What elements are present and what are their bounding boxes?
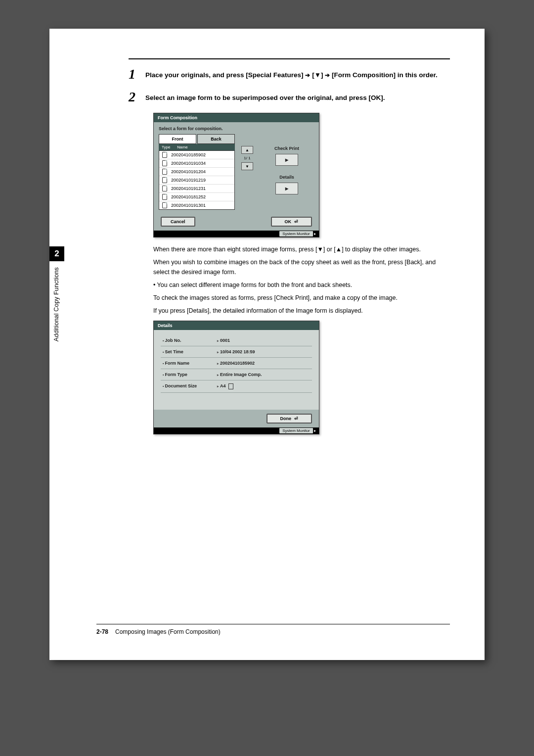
done-label: Done: [280, 416, 292, 421]
detail-value: 10/04 2002 18:59: [217, 349, 255, 354]
form-composition-screenshot: Form Composition Select a form for compo…: [153, 113, 319, 237]
scroll-down-button[interactable]: ▼: [241, 162, 253, 170]
text-fragment: [: [310, 71, 314, 79]
detail-key: Form Type: [163, 372, 217, 377]
document-icon: [162, 186, 167, 191]
system-monitor-bar: System Monitor ▸: [154, 231, 319, 237]
detail-row: Document SizeA4: [161, 380, 312, 393]
manual-page: 1 Place your originals, and press [Speci…: [49, 29, 485, 660]
form-list: 20020410185902 20020410191034 2002041019…: [159, 150, 235, 210]
detail-value: Entire Image Comp.: [217, 372, 262, 377]
footer-title: Composing Images (Form Composition): [115, 628, 221, 635]
system-monitor-bar: System Monitor ▸: [154, 427, 319, 434]
step-number: 2: [129, 90, 145, 104]
paragraph: To check the images stored as forms, pre…: [153, 293, 450, 303]
form-name: 20020410191219: [171, 178, 206, 183]
form-name: 20020410191231: [171, 186, 206, 191]
text-fragment: ]: [321, 71, 325, 79]
list-item[interactable]: 20020410191231: [159, 185, 234, 193]
detail-value: A4: [217, 383, 233, 389]
document-icon: [162, 152, 167, 158]
dialog-title: Details: [154, 321, 319, 330]
detail-value: 0001: [217, 338, 230, 343]
enter-icon: ⏎: [294, 416, 298, 421]
chapter-title: Additional Copy Functions: [53, 267, 60, 341]
form-name: 20020410191301: [171, 203, 206, 208]
triangle-down-icon: ▼: [245, 164, 249, 169]
text-fragment: [Form Composition] in this order.: [330, 71, 438, 79]
step-2-text: Select an image form to be superimposed …: [145, 90, 385, 104]
arrow-right-icon: ➔: [305, 72, 310, 79]
body-text-block: When there are more than eight stored im…: [153, 244, 450, 316]
details-screenshot: Details Job No.0001 Set Time10/04 2002 1…: [153, 321, 319, 434]
table-header: Type Name: [159, 144, 235, 150]
arrow-right-icon: ▸: [285, 156, 288, 163]
document-icon: [162, 169, 167, 175]
enter-icon: ⏎: [294, 219, 298, 224]
form-name: 20020410191034: [171, 161, 206, 166]
check-print-label: Check Print: [260, 146, 314, 151]
document-icon: [162, 194, 167, 200]
system-monitor-button[interactable]: System Monitor: [279, 231, 313, 236]
detail-key: Job No.: [163, 338, 217, 343]
document-icon: [162, 202, 167, 208]
system-monitor-button[interactable]: System Monitor: [279, 428, 313, 433]
doc-size-value: A4: [220, 383, 226, 388]
list-item[interactable]: 20020410191034: [159, 159, 234, 168]
page-indicator: 1/ 1: [244, 156, 250, 160]
document-icon: [162, 160, 167, 166]
step-1-text: Place your originals, and press [Special…: [145, 67, 438, 81]
cancel-button[interactable]: Cancel: [161, 217, 195, 227]
done-button[interactable]: Done⏎: [267, 414, 312, 424]
paragraph: When there are more than eight stored im…: [153, 244, 450, 254]
side-tab: 2 Additional Copy Functions: [49, 246, 64, 341]
detail-key: Form Name: [163, 361, 217, 366]
scroll-up-button[interactable]: ▲: [241, 146, 253, 154]
col-type: Type: [162, 145, 170, 149]
triangle-down-icon: ▼: [314, 71, 321, 79]
list-item[interactable]: 20020410181252: [159, 193, 234, 201]
list-item[interactable]: 20020410191219: [159, 176, 234, 185]
list-item[interactable]: 20020410191204: [159, 168, 234, 176]
detail-row: Form TypeEntire Image Comp.: [161, 369, 312, 380]
step-1: 1 Place your originals, and press [Speci…: [129, 67, 450, 81]
check-print-button[interactable]: ▸: [275, 154, 298, 166]
paragraph: If you press [Details], the detailed inf…: [153, 306, 450, 316]
detail-row: Job No.0001: [161, 335, 312, 346]
form-name: 20020410191204: [171, 169, 206, 174]
form-name: 20020410185902: [171, 152, 206, 157]
step-2: 2 Select an image form to be superimpose…: [129, 90, 450, 104]
list-item[interactable]: 20020410185902: [159, 151, 234, 159]
ok-label: OK: [285, 219, 292, 224]
dialog-title: Form Composition: [154, 113, 319, 122]
details-button[interactable]: ▸: [275, 183, 298, 194]
dialog-subtitle: Select a form for composition.: [154, 122, 319, 132]
page-number: 2-78: [96, 628, 108, 635]
detail-value: 20020410185902: [217, 361, 255, 366]
tab-back[interactable]: Back: [197, 134, 235, 144]
tab-front[interactable]: Front: [159, 134, 196, 144]
paragraph: When you wish to combine images on the b…: [153, 257, 450, 277]
paper-icon: [228, 383, 233, 389]
document-icon: [162, 177, 167, 183]
arrow-right-icon: ▸: [285, 185, 288, 192]
detail-key: Document Size: [163, 383, 217, 389]
ok-button[interactable]: OK⏎: [271, 217, 312, 227]
bullet-item: • You can select different image forms f…: [153, 280, 450, 290]
divider: [129, 58, 450, 59]
arrow-right-icon: ➔: [325, 72, 330, 79]
text-fragment: Place your originals, and press [Special…: [145, 71, 305, 79]
list-item[interactable]: 20020410191301: [159, 201, 234, 209]
chapter-number: 2: [49, 246, 64, 261]
detail-row: Form Name20020410185902: [161, 358, 312, 369]
step-number: 1: [129, 67, 145, 81]
detail-row: Set Time10/04 2002 18:59: [161, 346, 312, 358]
triangle-up-icon: ▲: [245, 148, 249, 152]
form-name: 20020410181252: [171, 194, 206, 199]
col-name: Name: [177, 145, 187, 149]
detail-key: Set Time: [163, 349, 217, 354]
details-label: Details: [260, 175, 314, 180]
page-footer: 2-78Composing Images (Form Composition): [96, 624, 450, 635]
